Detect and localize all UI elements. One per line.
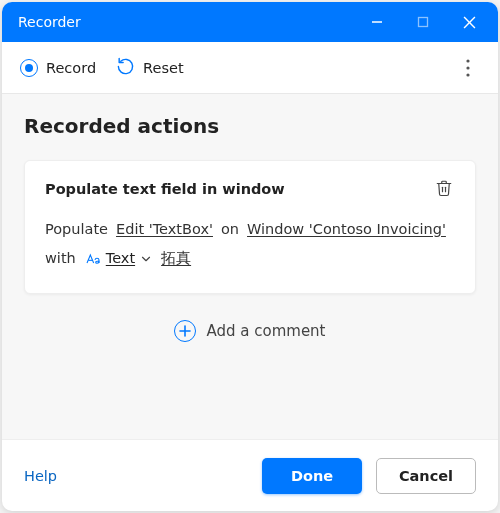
section-title: Recorded actions	[24, 114, 476, 138]
trash-icon	[435, 179, 453, 197]
cancel-button[interactable]: Cancel	[376, 458, 476, 494]
plus-icon	[174, 320, 196, 342]
svg-point-6	[466, 73, 469, 76]
svg-point-4	[466, 59, 469, 62]
text-fragment: with	[45, 244, 76, 273]
text-fragment: on	[221, 215, 239, 244]
record-icon	[20, 59, 38, 77]
reset-icon	[116, 57, 135, 79]
content-area: Recorded actions Populate text field in …	[2, 94, 498, 439]
action-title: Populate text field in window	[45, 181, 285, 197]
add-comment-label: Add a comment	[206, 322, 325, 340]
add-comment-button[interactable]: Add a comment	[24, 320, 476, 342]
element-link[interactable]: Edit 'TextBox'	[116, 215, 213, 244]
minimize-button[interactable]	[354, 2, 400, 42]
action-card-header: Populate text field in window	[45, 179, 455, 199]
delete-action-button[interactable]	[435, 179, 455, 199]
window-link[interactable]: Window 'Contoso Invoicing'	[247, 215, 446, 244]
footer: Help Done Cancel	[2, 439, 498, 511]
type-selector[interactable]: Text	[84, 244, 153, 273]
titlebar: Recorder	[2, 2, 498, 42]
toolbar: Record Reset	[2, 42, 498, 94]
window-title: Recorder	[18, 14, 354, 30]
action-card: Populate text field in window Populate E…	[24, 160, 476, 294]
record-button[interactable]: Record	[20, 59, 96, 77]
action-description: Populate Edit 'TextBox' on Window 'Conto…	[45, 215, 455, 273]
reset-label: Reset	[143, 60, 184, 76]
reset-button[interactable]: Reset	[116, 57, 184, 79]
close-button[interactable]	[446, 2, 492, 42]
type-label: Text	[106, 244, 135, 273]
help-link[interactable]: Help	[24, 468, 57, 484]
svg-rect-1	[419, 18, 428, 27]
recorder-window: Recorder Record Reset	[2, 2, 498, 511]
text-type-icon	[84, 251, 102, 267]
more-options-button[interactable]	[452, 52, 484, 84]
value-link[interactable]: 拓真	[161, 244, 191, 273]
record-label: Record	[46, 60, 96, 76]
text-fragment: Populate	[45, 215, 108, 244]
svg-point-5	[466, 66, 469, 69]
chevron-down-icon	[139, 252, 153, 266]
done-button[interactable]: Done	[262, 458, 362, 494]
maximize-button[interactable]	[400, 2, 446, 42]
